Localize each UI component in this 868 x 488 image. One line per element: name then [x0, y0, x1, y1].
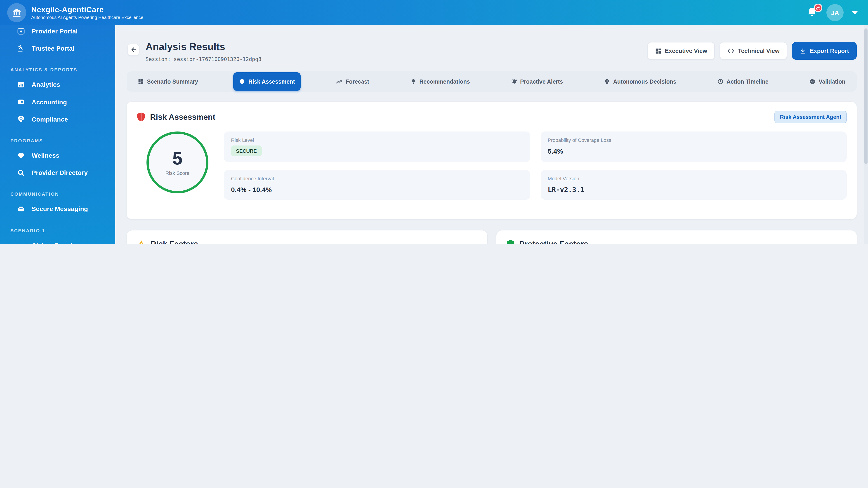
shield-check-icon [17, 115, 25, 123]
sidebar-section-communication: COMMUNICATION [0, 182, 115, 200]
app-subtitle: Autonomous AI Agents Powering Healthcare… [31, 15, 143, 20]
sidebar-item-trustee-portal[interactable]: Trustee Portal [0, 40, 115, 57]
bar-chart-icon [17, 80, 25, 89]
tab-action-timeline[interactable]: Action Timeline [712, 72, 774, 91]
sidebar-item-claims-fraud-detection[interactable]: Claims Fraud Detection [0, 236, 115, 244]
risk-assessment-body: 5 Risk Score Risk Level SECURE Probabili… [136, 132, 847, 200]
grid-icon [655, 48, 661, 54]
results-tab-bar: Scenario Summary Risk Assessment Forecas… [127, 72, 857, 92]
tab-scenario-summary[interactable]: Scenario Summary [132, 72, 204, 91]
top-header-bar: Nexgile-AgentiCare Autonomous AI Agents … [0, 0, 868, 25]
sidebar-section-programs: PROGRAMS [0, 128, 115, 147]
sidebar-item-provider-portal[interactable]: Provider Portal [0, 25, 115, 40]
tab-forecast[interactable]: Forecast [330, 72, 375, 91]
risk-assessment-card-header: Risk Assessment Risk Assessment Agent [136, 111, 847, 124]
page-title-block: Analysis Results Session: session-176710… [146, 41, 261, 63]
app-logo [7, 3, 26, 22]
gavel-icon [17, 44, 25, 53]
sidebar-section-analytics-reports: ANALYTICS & REPORTS [0, 57, 115, 76]
avatar[interactable]: JA [827, 4, 844, 21]
technical-view-button[interactable]: Technical View [720, 42, 787, 60]
warning-triangle-icon [136, 240, 146, 244]
risk-assessment-card: Risk Assessment Risk Assessment Agent 5 … [127, 102, 857, 219]
tab-recommendations[interactable]: Recommendations [404, 72, 476, 91]
risk-assessment-agent-badge: Risk Assessment Agent [774, 111, 847, 124]
sidebar-item-provider-directory[interactable]: Provider Directory [0, 164, 115, 181]
bank-icon [12, 7, 22, 18]
mail-icon [17, 205, 25, 213]
sidebar-item-analytics[interactable]: Analytics [0, 76, 115, 93]
model-version-value: LR-v2.3.1 [548, 186, 839, 194]
grid-icon [138, 79, 144, 85]
search-icon [17, 168, 25, 177]
risk-stats-grid: Risk Level SECURE Probability of Coverag… [224, 132, 847, 200]
ai-head-icon [604, 79, 610, 85]
green-shield-icon [506, 240, 515, 244]
heart-icon [17, 151, 25, 160]
portal-icon [17, 27, 25, 35]
risk-level-badge: SECURE [231, 146, 262, 157]
sidebar: Provider Portal Trustee Portal ANALYTICS… [0, 25, 115, 244]
risk-score-value: 5 [173, 149, 183, 167]
chevron-down-icon[interactable] [852, 11, 858, 14]
app-title: Nexgile-AgentiCare [31, 5, 143, 15]
risk-factors-card: Risk Factors Family Coverage at Risk HIG… [127, 231, 487, 244]
sidebar-item-secure-messaging[interactable]: Secure Messaging [0, 200, 115, 218]
stat-confidence-interval: Confidence Interval 0.4% - 10.4% [224, 170, 530, 200]
session-id: Session: session-1767100901320-12dpq8 [146, 56, 261, 63]
main-scrollbar-track[interactable] [864, 25, 868, 244]
export-report-button[interactable]: Export Report [792, 42, 857, 60]
download-icon [800, 48, 806, 54]
wallet-icon [17, 98, 25, 106]
app-root: Nexgile-AgentiCare Autonomous AI Agents … [0, 0, 868, 244]
executive-view-button[interactable]: Executive View [647, 42, 715, 60]
brand-block: Nexgile-AgentiCare Autonomous AI Agents … [31, 5, 143, 20]
lightbulb-icon [410, 79, 416, 85]
notifications-button[interactable]: 25 [807, 6, 818, 18]
notification-count-badge: 25 [814, 3, 822, 12]
topbar-actions: 25 JA [807, 4, 861, 21]
card-title: Risk Factors [151, 240, 198, 244]
stat-probability: Probability of Coverage Loss 5.4% [540, 132, 847, 162]
stat-model-version: Model Version LR-v2.3.1 [540, 170, 847, 200]
shield-icon [239, 79, 245, 85]
code-icon [727, 48, 735, 54]
card-title: Risk Assessment [150, 112, 215, 122]
alert-bell-icon [511, 79, 517, 85]
page-header: Analysis Results Session: session-176710… [127, 41, 857, 63]
sidebar-item-compliance[interactable]: Compliance [0, 111, 115, 128]
probability-value: 5.4% [548, 148, 839, 155]
red-shield-icon [136, 112, 146, 122]
arrow-left-icon [130, 46, 136, 53]
trend-icon [336, 79, 342, 85]
badge-check-icon [810, 79, 815, 85]
page-title: Analysis Results [146, 41, 261, 53]
protective-factors-card: Protective Factors Banked Hours Reserve … [496, 231, 857, 244]
sidebar-section-scenario-1: SCENARIO 1 [0, 218, 115, 236]
confidence-value: 0.4% - 10.4% [231, 186, 523, 194]
main-scrollbar-thumb[interactable] [864, 29, 868, 164]
tab-autonomous-decisions[interactable]: Autonomous Decisions [598, 72, 682, 91]
header-actions: Executive View Technical View Export Rep… [647, 42, 857, 60]
tab-proactive-alerts[interactable]: Proactive Alerts [505, 72, 569, 91]
risk-score-label: Risk Score [165, 170, 189, 176]
stat-risk-level: Risk Level SECURE [224, 132, 530, 162]
tab-validation[interactable]: Validation [804, 72, 851, 91]
main-content: Analysis Results Session: session-176710… [115, 25, 868, 244]
card-title: Protective Factors [519, 240, 588, 244]
sidebar-item-accounting[interactable]: Accounting [0, 93, 115, 110]
back-button[interactable] [127, 44, 139, 56]
clock-icon [717, 79, 723, 85]
risk-score-circle: 5 Risk Score [147, 132, 209, 194]
tab-risk-assessment[interactable]: Risk Assessment [234, 72, 301, 91]
factors-row: Risk Factors Family Coverage at Risk HIG… [127, 231, 857, 244]
sidebar-item-wellness[interactable]: Wellness [0, 147, 115, 164]
